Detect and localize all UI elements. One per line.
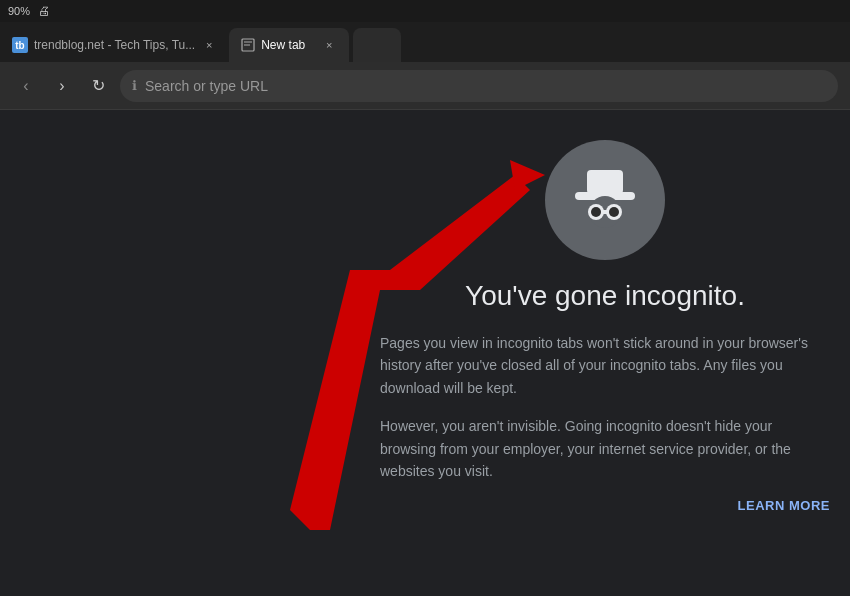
incognito-description-2: However, you aren't invisible. Going inc… — [370, 415, 840, 482]
tab-close-trendblog[interactable]: × — [201, 37, 217, 53]
zoom-level: 90% — [8, 5, 30, 17]
new-tab-page-icon — [241, 38, 255, 52]
svg-rect-10 — [601, 210, 609, 214]
tab-new[interactable]: New tab × — [229, 28, 349, 62]
tab-trendblog[interactable]: tb trendblog.net - Tech Tips, Tu... × — [0, 28, 229, 62]
print-icon: 🖨 — [38, 4, 50, 18]
reload-button[interactable]: ↻ — [84, 72, 112, 100]
tab-title-trendblog: trendblog.net - Tech Tips, Tu... — [34, 38, 195, 52]
tab-bar: tb trendblog.net - Tech Tips, Tu... × Ne… — [0, 22, 850, 62]
tab-favicon-trendblog: tb — [12, 37, 28, 53]
forward-button[interactable]: › — [48, 72, 76, 100]
tab-close-new[interactable]: × — [321, 37, 337, 53]
incognito-section: You've gone incognito. Pages you view in… — [370, 140, 850, 513]
url-bar[interactable]: ℹ Search or type URL — [120, 70, 838, 102]
incognito-description-1: Pages you view in incognito tabs won't s… — [370, 332, 840, 399]
svg-point-9 — [609, 207, 619, 217]
system-bar: 90% 🖨 — [0, 0, 850, 22]
svg-point-7 — [591, 207, 601, 217]
url-placeholder: Search or type URL — [145, 78, 268, 94]
tab-title-new: New tab — [261, 38, 315, 52]
main-content: You've gone incognito. Pages you view in… — [0, 110, 850, 596]
back-button[interactable]: ‹ — [12, 72, 40, 100]
learn-more-button[interactable]: LEARN MORE — [738, 498, 840, 513]
tab-placeholder — [353, 28, 401, 62]
incognito-icon — [545, 140, 665, 260]
incognito-title: You've gone incognito. — [465, 280, 745, 312]
info-icon: ℹ — [132, 78, 137, 93]
svg-rect-4 — [587, 170, 623, 194]
address-bar: ‹ › ↻ ℹ Search or type URL — [0, 62, 850, 110]
